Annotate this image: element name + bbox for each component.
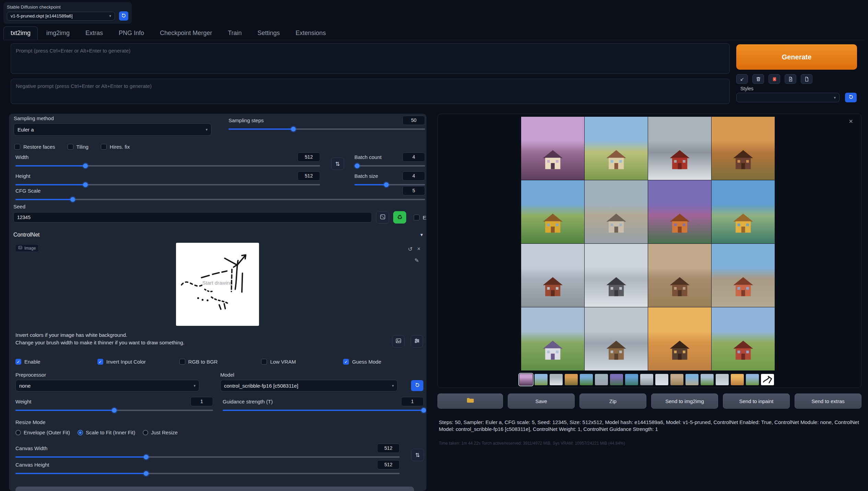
send-to-inpaint-button[interactable]: Send to inpaint bbox=[723, 393, 790, 409]
cfg-scale-value[interactable]: 5 bbox=[402, 186, 425, 195]
generate-button[interactable]: Generate bbox=[736, 44, 857, 70]
gallery-thumbnail-9[interactable] bbox=[640, 374, 653, 385]
controlnet-image-tab[interactable]: Image bbox=[15, 244, 39, 252]
guidance-strength-slider[interactable] bbox=[223, 408, 424, 413]
seed-input[interactable] bbox=[13, 212, 372, 222]
adjust-brush-button[interactable] bbox=[411, 335, 423, 347]
open-image-button[interactable] bbox=[392, 335, 404, 347]
controlnet-model-dropdown[interactable]: control_scribble-fp16 [c508311e] ▾ bbox=[220, 380, 398, 391]
toggle-tiling[interactable]: Tiling bbox=[68, 144, 89, 150]
gallery-thumbnail-12[interactable] bbox=[685, 374, 699, 385]
checkpoint-dropdown[interactable]: v1-5-pruned.ckpt [e1441589a6] ▾ bbox=[7, 12, 115, 21]
gallery-image-2[interactable] bbox=[585, 117, 648, 180]
swap-canvas-dimensions-button[interactable]: ⇅ bbox=[411, 449, 424, 461]
gallery-thumbnail-controlnet-map[interactable] bbox=[761, 374, 774, 385]
styles-dropdown[interactable]: ▾ bbox=[736, 93, 840, 102]
clear-prompts-button[interactable] bbox=[752, 74, 764, 84]
tab-train[interactable]: Train bbox=[221, 26, 249, 40]
save-button[interactable]: Save bbox=[508, 393, 575, 409]
extra-seed-toggle[interactable]: Extra bbox=[414, 215, 426, 220]
gallery-image-10[interactable] bbox=[585, 244, 648, 307]
send-to-extras-button[interactable]: Send to extras bbox=[795, 393, 861, 409]
reuse-seed-button[interactable]: ♻ bbox=[393, 211, 406, 224]
tab-extensions[interactable]: Extensions bbox=[289, 26, 333, 40]
checkbox[interactable] bbox=[179, 359, 185, 365]
weight-slider[interactable] bbox=[15, 408, 213, 413]
cn-toggle-invert-input-color[interactable]: ✓Invert Input Color bbox=[97, 359, 179, 365]
apply-style-button[interactable] bbox=[785, 74, 796, 84]
gallery-thumbnail-10[interactable] bbox=[655, 374, 668, 385]
gallery-image-3[interactable] bbox=[648, 117, 711, 180]
toggle-restore-faces[interactable]: Restore faces bbox=[14, 144, 55, 150]
height-value[interactable]: 512 bbox=[297, 171, 320, 181]
cn-toggle-guess-mode[interactable]: ✓Guess Mode bbox=[343, 359, 425, 365]
radio[interactable] bbox=[78, 430, 83, 435]
gallery-image-4[interactable] bbox=[712, 117, 775, 180]
save-style-button[interactable] bbox=[801, 74, 812, 84]
checkbox[interactable] bbox=[101, 144, 107, 150]
tab-extras[interactable]: Extras bbox=[78, 26, 110, 40]
extra-networks-button[interactable] bbox=[769, 74, 780, 84]
gallery-thumbnail-6[interactable] bbox=[595, 374, 608, 385]
sampling-method-dropdown[interactable]: Euler a ▾ bbox=[14, 123, 211, 136]
gallery-thumbnail-7[interactable] bbox=[610, 374, 623, 385]
batch-count-slider[interactable] bbox=[354, 163, 425, 169]
cfg-scale-slider[interactable] bbox=[15, 197, 425, 202]
sampling-steps-slider[interactable] bbox=[228, 126, 425, 132]
resize-mode-just-resize[interactable]: Just Resize bbox=[143, 430, 178, 435]
gallery-thumbnail-11[interactable] bbox=[670, 374, 683, 385]
gallery-thumbnail-14[interactable] bbox=[716, 374, 729, 385]
radio[interactable] bbox=[15, 430, 21, 435]
tab-checkpoint-merger[interactable]: Checkpoint Merger bbox=[153, 26, 219, 40]
canvas-width-slider[interactable] bbox=[15, 454, 400, 460]
paste-params-button[interactable]: ↙ bbox=[736, 74, 748, 84]
tab-txt2img[interactable]: txt2img bbox=[3, 26, 38, 40]
tab-settings[interactable]: Settings bbox=[250, 26, 287, 40]
refresh-controlnet-models-button[interactable] bbox=[411, 380, 423, 391]
checkbox[interactable] bbox=[261, 359, 267, 365]
cn-toggle-enable[interactable]: ✓Enable bbox=[15, 359, 97, 365]
gallery-image-6[interactable] bbox=[585, 180, 648, 243]
gallery-thumbnail-5[interactable] bbox=[580, 374, 593, 385]
gallery-image-13[interactable] bbox=[521, 307, 584, 370]
preprocessor-dropdown[interactable]: none ▾ bbox=[15, 380, 199, 391]
gallery-thumbnail-4[interactable] bbox=[565, 374, 578, 385]
gallery-thumbnail-1[interactable] bbox=[519, 374, 532, 385]
clear-image-icon[interactable]: × bbox=[417, 246, 420, 252]
batch-count-value[interactable]: 4 bbox=[402, 152, 425, 162]
checkbox[interactable] bbox=[68, 144, 73, 150]
gallery-thumbnail-16[interactable] bbox=[746, 374, 759, 385]
swap-width-height-button[interactable]: ⇅ bbox=[331, 158, 344, 170]
close-gallery-icon[interactable]: × bbox=[849, 117, 853, 125]
zip-button[interactable]: Zip bbox=[579, 393, 646, 409]
weight-value[interactable]: 1 bbox=[190, 397, 213, 406]
checkbox[interactable]: ✓ bbox=[97, 359, 103, 365]
gallery-thumbnail-2[interactable] bbox=[535, 374, 548, 385]
cn-toggle-low-vram[interactable]: Low VRAM bbox=[261, 359, 343, 365]
gallery-image-15[interactable] bbox=[648, 307, 711, 370]
gallery-image-11[interactable] bbox=[648, 244, 711, 307]
canvas-height-value[interactable]: 512 bbox=[377, 460, 400, 469]
prompt-input[interactable] bbox=[11, 43, 730, 74]
send-to-img2img-button[interactable]: Send to img2img bbox=[651, 393, 718, 409]
open-output-folder-button[interactable] bbox=[437, 393, 503, 409]
sampling-steps-value[interactable]: 50 bbox=[402, 116, 425, 125]
width-value[interactable]: 512 bbox=[297, 152, 320, 162]
cn-toggle-rgb-to-bgr[interactable]: RGB to BGR bbox=[179, 359, 261, 365]
checkbox[interactable]: ✓ bbox=[15, 359, 21, 365]
gallery-image-1[interactable] bbox=[521, 117, 584, 180]
undo-drawing-icon[interactable]: ↺ bbox=[408, 247, 412, 252]
gallery-image-7[interactable] bbox=[648, 180, 711, 243]
refresh-checkpoints-button[interactable] bbox=[119, 11, 128, 21]
gallery-image-12[interactable] bbox=[712, 244, 775, 307]
gallery-image-8[interactable] bbox=[712, 180, 775, 243]
radio[interactable] bbox=[143, 430, 148, 435]
controlnet-drawing-canvas[interactable]: Start drawing bbox=[176, 243, 259, 326]
gallery-image-5[interactable] bbox=[521, 180, 584, 243]
checkbox[interactable] bbox=[414, 215, 420, 220]
tab-png-info[interactable]: PNG Info bbox=[112, 26, 151, 40]
tab-img2img[interactable]: img2img bbox=[39, 26, 77, 40]
toggle-hires-fix[interactable]: Hires. fix bbox=[101, 144, 130, 150]
gallery-thumbnail-13[interactable] bbox=[701, 374, 714, 385]
checkbox[interactable] bbox=[14, 144, 20, 150]
